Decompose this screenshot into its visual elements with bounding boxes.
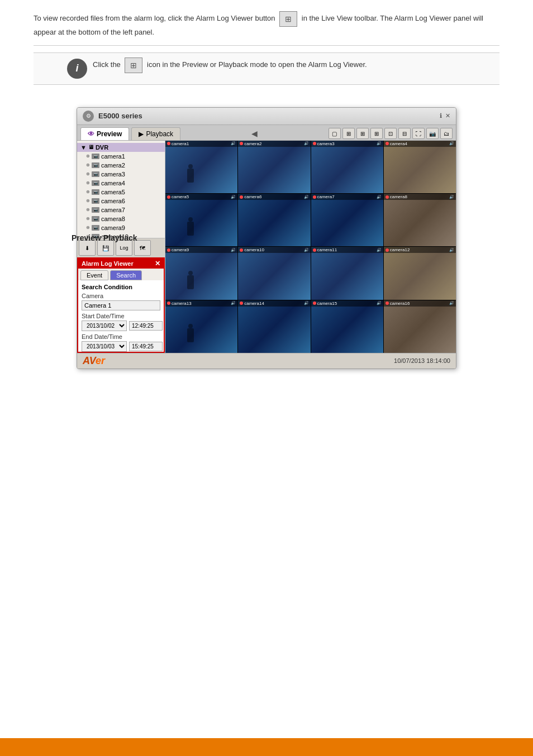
cam6-icons: 🔊 [304, 195, 309, 199]
preview-tab-icon: 👁 [88, 130, 94, 138]
cam1-icons: 🔊 [231, 141, 236, 146]
tree-item-camera1[interactable]: ⊕ 📷 camera1 [77, 152, 165, 161]
cam10-icons: 🔊 [304, 248, 309, 252]
view-2x2-btn[interactable]: ⊞ [342, 128, 355, 139]
camera-cell-1[interactable]: camera1 🔊 [165, 141, 237, 193]
end-time-input[interactable] [129, 342, 163, 351]
cam-icon-7: 📷 [92, 207, 99, 213]
camera-cell-12[interactable]: camera12 🔊 [384, 247, 456, 299]
map-btn[interactable]: 🗺 [134, 240, 151, 256]
close-btn[interactable]: ✕ [445, 112, 450, 119]
view-3p4-btn[interactable]: ⊟ [398, 128, 411, 139]
cam11-status [313, 248, 316, 252]
camera1-label: camera1 [101, 153, 125, 160]
cam14-icons: 🔊 [304, 301, 309, 305]
tree-item-camera9[interactable]: ⊕ 📷 camera9 [77, 223, 165, 232]
divider-1 [34, 45, 499, 46]
left-panel: ▼ 🖥 DVR ⊕ 📷 camera1 ⊕ 📷 camera2 [77, 141, 165, 353]
start-date-select[interactable]: 2013/10/02 [82, 320, 127, 331]
camera-cell-13[interactable]: camera13 🔊 [165, 300, 237, 353]
alarm-tab-search[interactable]: Search [110, 270, 142, 280]
camera-cell-14[interactable]: camera14 🔊 [238, 300, 310, 353]
cam9-status [167, 248, 170, 252]
tab-preview[interactable]: 👁 Preview [80, 127, 129, 140]
expand-camera9: ⊕ [86, 225, 90, 230]
snapshot-btn[interactable]: 📷 [426, 128, 439, 139]
end-date-row: 2013/10/03 [82, 341, 160, 352]
info-bar: i Click the icon in the Preview or Playb… [34, 52, 499, 85]
tree-item-camera7[interactable]: ⊕ 📷 camera7 [77, 205, 165, 214]
view-1x1-btn[interactable]: ▢ [329, 128, 341, 139]
camera-cell-5[interactable]: camera5 🔊 [165, 194, 237, 246]
tree-item-camera6[interactable]: ⊕ 📷 camera6 [77, 197, 165, 205]
view-1p5-btn[interactable]: ⊡ [384, 128, 397, 139]
cam6-audio-icon: 🔊 [304, 195, 309, 199]
cam10-header: camera10 🔊 [238, 247, 310, 253]
view-3x3-btn[interactable]: ⊞ [356, 128, 369, 139]
camera-cell-6[interactable]: camera6 🔊 [238, 194, 310, 246]
cam3-header: camera3 🔊 [311, 141, 383, 147]
cam3-video [311, 141, 383, 193]
camera-cell-15[interactable]: camera15 🔊 [311, 300, 383, 353]
root-expand[interactable]: ▼ [80, 144, 87, 151]
camera-cell-10[interactable]: camera10 🔊 [238, 247, 310, 299]
camera-input[interactable] [82, 300, 160, 310]
camera-cell-4[interactable]: camera4 🔊 [384, 141, 456, 193]
cam6-status [240, 195, 243, 199]
camera-cell-8[interactable]: camera8 🔊 [384, 194, 456, 246]
tree-item-camera4[interactable]: ⊕ 📷 camera4 [77, 179, 165, 188]
view-4x4-btn[interactable]: ⊞ [370, 128, 383, 139]
alarm-log-title-bar: Alarm Log Viewer ✕ [78, 259, 164, 269]
cam9-person [187, 275, 194, 289]
log-btn[interactable]: Log [116, 240, 132, 256]
cam16-label: camera16 [390, 301, 448, 306]
alarm-log-close-btn[interactable]: ✕ [155, 260, 160, 267]
tree-item-camera5[interactable]: ⊕ 📷 camera5 [77, 188, 165, 197]
alarm-tab-event[interactable]: Event [80, 270, 108, 280]
info-text: Click the icon in the Preview or Playbac… [93, 58, 367, 73]
camera-cell-2[interactable]: camera2 🔊 [238, 141, 310, 193]
cam12-header: camera12 🔊 [384, 247, 456, 253]
download-btn[interactable]: ⬇ [79, 240, 96, 256]
record-btn[interactable]: 🗂 [440, 128, 453, 139]
cam-icon-6: 📷 [92, 198, 99, 204]
camera-cell-3[interactable]: camera3 🔊 [311, 141, 383, 193]
cam11-video [311, 247, 383, 299]
cam1-header: camera1 🔊 [165, 141, 237, 147]
fullscreen-btn[interactable]: ⛶ [412, 128, 425, 139]
cam9-icons: 🔊 [231, 248, 236, 252]
cam-icon-9: 📷 [92, 225, 99, 231]
end-date-select[interactable]: 2013/10/03 [82, 341, 127, 352]
tree-item-camera2[interactable]: ⊕ 📷 camera2 [77, 161, 165, 170]
camera8-label: camera8 [101, 216, 125, 222]
cam7-icons: 🔊 [377, 195, 382, 199]
alarm-log-icon-info [125, 58, 142, 73]
camera-cell-11[interactable]: camera11 🔊 [311, 247, 383, 299]
cam9-label: camera9 [172, 247, 230, 252]
camera-cell-16[interactable]: camera16 🔊 [384, 300, 456, 353]
tab-collapse-arrow[interactable]: ◀ [249, 129, 260, 138]
tree-item-camera3[interactable]: ⊕ 📷 camera3 [77, 170, 165, 179]
camera6-label: camera6 [101, 198, 125, 204]
expand-camera5: ⊕ [86, 189, 90, 194]
tree-item-camera8[interactable]: ⊕ 📷 camera8 [77, 214, 165, 223]
info-btn[interactable]: ℹ [440, 112, 442, 119]
cam6-label: camera6 [244, 194, 302, 199]
preview-playback-heading: Preview Playback [72, 233, 137, 242]
title-bar-controls: ℹ ✕ [440, 112, 450, 119]
cam8-audio-icon: 🔊 [449, 195, 454, 199]
camera-cell-9[interactable]: camera9 🔊 [165, 247, 237, 299]
start-time-input[interactable] [129, 321, 163, 331]
cam4-audio-icon: 🔊 [449, 141, 454, 146]
cam13-person [187, 328, 194, 342]
camera-grid: camera1 🔊 camera2 🔊 [165, 141, 456, 353]
tab-playback[interactable]: ▶ Playback [131, 127, 180, 140]
camera9-label: camera9 [101, 224, 125, 231]
backup-btn[interactable]: 💾 [97, 240, 114, 256]
cam14-header: camera14 🔊 [238, 300, 310, 307]
camera-cell-7[interactable]: camera7 🔊 [311, 194, 383, 246]
expand-camera6: ⊕ [86, 198, 90, 203]
cam16-header: camera16 🔊 [384, 300, 456, 307]
cam4-header: camera4 🔊 [384, 141, 456, 147]
cam16-audio-icon: 🔊 [449, 301, 454, 305]
